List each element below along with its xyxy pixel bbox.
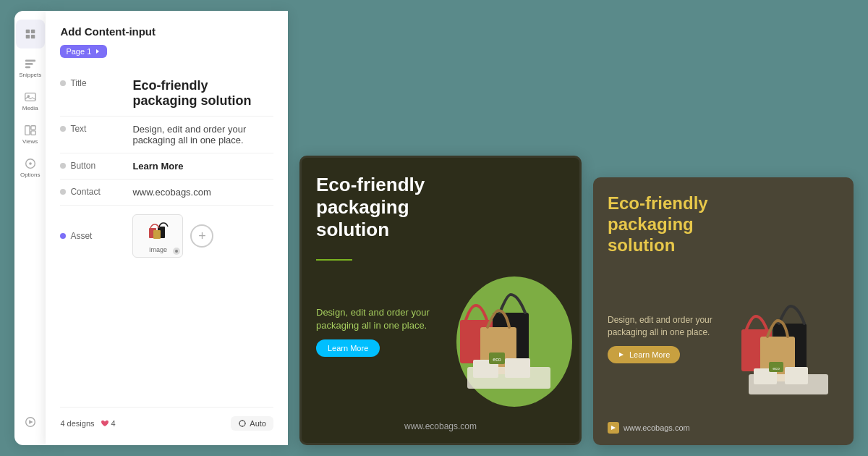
sidebar-media[interactable]: Media	[16, 86, 45, 115]
title-value: Eco-friendly packaging solution	[132, 78, 273, 109]
views-label: Views	[22, 138, 38, 145]
button-label: Button	[70, 161, 95, 171]
contact-value: www.ecobags.com	[132, 187, 273, 198]
svg-rect-4	[25, 59, 35, 62]
ad-green-button[interactable]: Learn More	[316, 339, 380, 357]
main-panel: Add Content-input Page 1 Title Eco-frien…	[46, 11, 288, 445]
arrow-icon	[618, 351, 625, 358]
svg-marker-16	[96, 49, 99, 54]
heart-icon	[101, 419, 109, 428]
svg-point-21	[175, 250, 178, 253]
svg-rect-5	[25, 63, 33, 65]
ad-card-dark: Eco-friendly packaging solution eco	[593, 177, 854, 445]
app-container: Snippets Media Views Options	[14, 11, 854, 445]
footer-icon-badge	[608, 422, 619, 434]
contact-label: Contact	[70, 187, 100, 197]
settings-icon	[238, 419, 247, 428]
heart-count: 4	[101, 419, 116, 428]
auto-button[interactable]: Auto	[231, 416, 273, 431]
button-row: Button Learn More	[60, 153, 273, 180]
content-rows: Title Eco-friendly packaging solution Te…	[60, 71, 273, 407]
asset-thumb[interactable]: Image	[132, 214, 183, 258]
sidebar-options[interactable]: Options	[16, 153, 45, 182]
asset-thumb-label: Image	[149, 246, 167, 253]
asset-label: Asset	[70, 231, 92, 241]
asset-label-wrap: Asset	[60, 231, 118, 241]
svg-rect-33	[505, 358, 530, 378]
svg-text:eco: eco	[773, 366, 780, 371]
sidebar-home[interactable]	[16, 20, 45, 48]
external-link-icon	[610, 424, 617, 431]
auto-label: Auto	[250, 419, 266, 428]
ad-dark-button[interactable]: Learn More	[608, 346, 680, 363]
contact-label-wrap: Contact	[60, 187, 118, 197]
ad-dark-footer: www.ecobags.com	[608, 422, 839, 434]
svg-marker-15	[29, 420, 33, 423]
green-divider	[316, 259, 352, 261]
designs-count: 4 designs	[60, 419, 94, 428]
button-dot	[60, 163, 66, 169]
bags-image-dark: eco	[728, 293, 848, 413]
ad-green-content: Design, edit and order your packaging al…	[316, 306, 453, 357]
sidebar-video[interactable]	[16, 408, 45, 436]
snippets-label: Snippets	[19, 72, 41, 78]
contact-dot	[60, 189, 66, 195]
svg-rect-41	[785, 367, 808, 384]
ad-green-footer: www.ecobags.com	[316, 421, 565, 431]
text-label-wrap: Text	[60, 124, 118, 134]
svg-rect-3	[31, 35, 35, 38]
page-tag[interactable]: Page 1	[60, 45, 107, 58]
text-label: Text	[70, 124, 86, 134]
button-value: Learn More	[132, 161, 273, 172]
title-dot	[60, 80, 66, 86]
svg-text:eco: eco	[493, 357, 501, 362]
title-row: Title Eco-friendly packaging solution	[60, 71, 273, 117]
button-label-wrap: Button	[60, 161, 118, 171]
ad-green-title: Eco-friendly packaging solution	[316, 174, 453, 242]
svg-rect-7	[25, 93, 35, 101]
sidebar: Snippets Media Views Options	[14, 11, 46, 445]
svg-rect-10	[31, 125, 35, 129]
ad-dark-content: Design, edit and order your packaging al…	[608, 314, 742, 363]
panel-footer: 4 designs 4 Auto	[60, 407, 273, 431]
ad-card-green: Eco-friendly packaging solution	[299, 156, 582, 445]
asset-settings-icon[interactable]	[172, 247, 181, 256]
ad-green-desc: Design, edit and order your packaging al…	[316, 306, 453, 332]
media-label: Media	[22, 105, 38, 111]
sidebar-views[interactable]: Views	[16, 119, 45, 148]
svg-marker-45	[611, 426, 616, 430]
svg-marker-44	[619, 352, 624, 357]
asset-row: Asset Image	[60, 206, 273, 266]
title-label: Title	[70, 78, 86, 88]
ad-dark-desc: Design, edit and order your packaging al…	[608, 314, 742, 339]
svg-rect-6	[25, 66, 30, 68]
svg-rect-1	[31, 30, 35, 33]
ad-dark-title: Eco-friendly packaging solution	[608, 193, 746, 256]
asset-images: Image +	[132, 214, 213, 258]
sidebar-snippets[interactable]: Snippets	[16, 53, 45, 82]
svg-rect-9	[25, 125, 30, 135]
add-asset-button[interactable]: +	[190, 224, 213, 248]
ad-cards: Eco-friendly packaging solution	[299, 11, 854, 445]
svg-point-22	[239, 421, 245, 426]
svg-rect-19	[153, 230, 161, 239]
svg-rect-2	[25, 35, 29, 38]
asset-dot	[60, 233, 66, 239]
options-label: Options	[20, 172, 41, 178]
bags-image-green: eco	[446, 280, 572, 407]
panel-title: Add Content-input	[60, 25, 273, 38]
svg-rect-11	[31, 130, 35, 134]
text-row: Text Design, edit and order your packagi…	[60, 117, 273, 153]
svg-point-13	[29, 162, 32, 165]
text-value: Design, edit and order your packaging al…	[132, 124, 273, 145]
text-dot	[60, 126, 66, 132]
contact-row: Contact www.ecobags.com	[60, 180, 273, 206]
title-label-wrap: Title	[60, 78, 118, 88]
svg-rect-0	[25, 30, 29, 33]
